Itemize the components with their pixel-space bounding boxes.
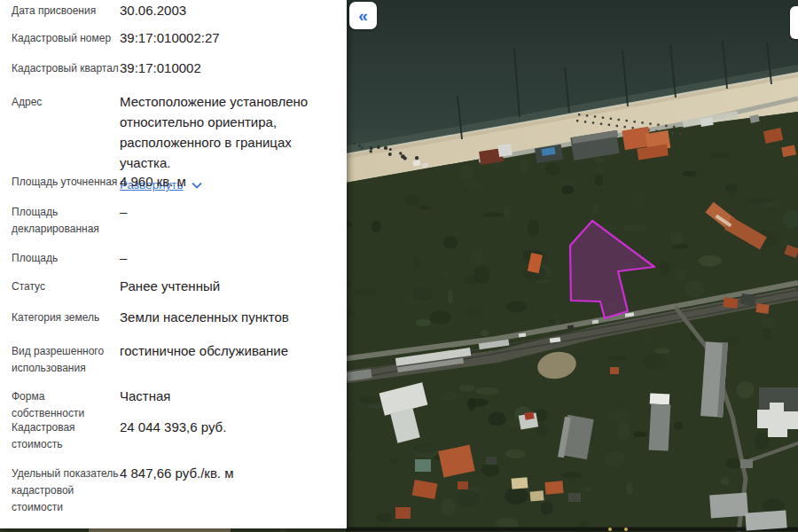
info-label: Кадастровая стоимость xyxy=(12,417,120,453)
info-row: Площадь декларированная– xyxy=(12,201,332,238)
info-row: Категория земельЗемли населенных пунктов xyxy=(12,307,332,327)
info-row: Кадастровый квартал39:17:010002 xyxy=(12,58,332,78)
info-label: Удельный показатель кадастровой стоимост… xyxy=(12,463,120,516)
info-value: 39:17:010002:27 xyxy=(120,27,332,48)
info-label: Дата присвоения xyxy=(12,0,120,20)
info-label: Адрес xyxy=(12,91,120,111)
info-value: 30.06.2003 xyxy=(120,0,332,20)
info-panel: Дата присвоения30.06.2003 Кадастровый но… xyxy=(0,0,347,528)
info-value: 39:17:010002 xyxy=(120,58,332,78)
info-value: 4 847,66 руб./кв. м xyxy=(120,463,332,483)
collapse-panel-button[interactable]: « xyxy=(349,2,377,29)
info-row: Площадь– xyxy=(12,247,332,268)
info-row: СтатусРанее учтенный xyxy=(12,276,332,296)
info-row: Вид разрешенного использованиягостинично… xyxy=(12,340,332,377)
info-row: Кадастровый номер39:17:010002:27 xyxy=(12,27,332,48)
double-chevron-left-icon: « xyxy=(358,6,368,25)
info-value: Частная xyxy=(120,386,332,406)
info-label: Площадь xyxy=(12,247,120,267)
info-value: 4 960 кв. м xyxy=(120,171,332,192)
info-label: Кадастровый номер xyxy=(12,27,120,47)
info-value: Земли населенных пунктов xyxy=(120,307,332,327)
info-row: Дата присвоения30.06.2003 xyxy=(12,0,332,20)
info-value: – xyxy=(120,247,332,268)
info-row: Удельный показатель кадастровой стоимост… xyxy=(12,463,332,516)
info-label: Кадастровый квартал xyxy=(12,58,120,77)
info-value: – xyxy=(120,201,332,222)
info-label: Категория земель xyxy=(12,307,120,326)
info-label: Площадь декларированная xyxy=(12,201,120,238)
info-value: Ранее учтенный xyxy=(120,276,332,296)
info-value: 24 044 393,6 руб. xyxy=(120,417,332,437)
info-label: Вид разрешенного использования xyxy=(12,340,120,377)
address-text: Местоположение установлено относительно … xyxy=(120,94,308,170)
info-row: Кадастровая стоимость24 044 393,6 руб. xyxy=(12,417,332,453)
map-control-button[interactable] xyxy=(790,6,798,39)
info-label: Площадь уточненная xyxy=(12,171,120,191)
info-label: Статус xyxy=(12,276,120,295)
info-value: гостиничное обслуживание xyxy=(120,340,332,361)
info-row: Площадь уточненная4 960 кв. м xyxy=(12,171,332,192)
